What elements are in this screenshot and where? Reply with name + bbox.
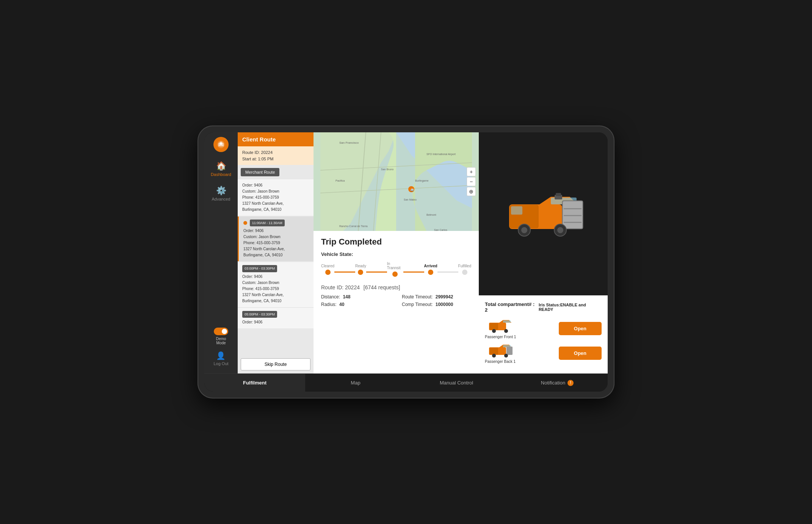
iris-status: Iris Status:ENABLE and READY <box>539 303 602 312</box>
compartment-row-2: Passenger Back 1 Open <box>485 343 602 364</box>
order-custom-2: Custom: Jason Brown <box>243 234 309 240</box>
compartment-label-2: Passenger Back 1 <box>485 359 516 364</box>
svg-text:San Bruno: San Bruno <box>381 168 393 171</box>
state-fulfilled-dot <box>462 270 467 275</box>
left-panel-header: Client Route <box>238 132 314 146</box>
tab-map[interactable]: Map <box>305 374 406 392</box>
svg-text:Belmont: Belmont <box>426 213 436 216</box>
sidebar-dashboard-label: Dashboard <box>211 172 231 177</box>
state-fulfilled: Fulfilled <box>458 264 471 275</box>
svg-rect-37 <box>490 323 498 330</box>
state-arrived-dot <box>428 270 433 275</box>
state-arrived: Arrived <box>424 264 437 275</box>
svg-text:San Francisco: San Francisco <box>339 141 359 144</box>
state-line-2 <box>366 271 387 273</box>
right-panel: Total compartment# : 2 Iris Status:ENABL… <box>479 132 608 373</box>
tab-fulfilment[interactable]: Fulfilment <box>204 374 305 392</box>
logout-icon: 👤 <box>216 351 226 360</box>
logout-item[interactable]: 👤 Log Out <box>213 351 228 366</box>
svg-text:San Mateo: San Mateo <box>404 198 417 201</box>
distance-label: Distance: 148 <box>321 294 390 300</box>
svg-text:SFO International Airport: SFO International Airport <box>426 153 456 156</box>
state-intransit-label: In Trannsit <box>387 262 403 270</box>
order-address-3: 1327 North Carolan Ave,Burlingame, CA, 9… <box>242 292 309 304</box>
comp-timeout: Comp Timeout: 1000000 <box>402 302 471 307</box>
zoom-out-button[interactable]: − <box>467 177 476 186</box>
trip-completed-title: Trip Completed <box>321 237 471 247</box>
state-arrived-label: Arrived <box>424 264 437 268</box>
svg-rect-24 <box>563 201 582 228</box>
zoom-in-button[interactable]: + <box>467 167 476 176</box>
compartment-row-1: Passenger Front 1 Open <box>485 318 602 339</box>
svg-point-31 <box>557 227 563 233</box>
order-number-2: Order: 9406 <box>243 228 309 234</box>
order-address-1: 1327 North Carolan Ave,Burlingame, CA, 9… <box>242 201 309 213</box>
orders-list: Merchant Route Order: 9406 Custom: Jason… <box>238 165 314 355</box>
state-line-3 <box>403 271 424 273</box>
svg-point-45 <box>504 354 508 358</box>
state-cleared-dot <box>325 270 331 275</box>
order-item-2: 11:00AM - 11:30AM Order: 9406 Custom: Ja… <box>238 217 314 261</box>
map-area: San Francisco SFO International Airport … <box>314 132 479 231</box>
tab-notification-label: Notification <box>541 380 565 386</box>
tab-manual-control[interactable]: Manual Control <box>406 374 507 392</box>
compartment-info-1: Passenger Front 1 <box>485 318 516 339</box>
logout-label: Log Out <box>213 361 228 366</box>
skip-route-button[interactable]: Skip Route <box>241 358 310 370</box>
open-button-2[interactable]: Open <box>559 347 602 360</box>
order-number-3: Order: 9406 <box>242 274 309 280</box>
svg-rect-33 <box>556 193 561 196</box>
state-cleared-label: Cleared <box>321 264 334 268</box>
svg-rect-25 <box>564 208 582 209</box>
time-badge-2: 11:00AM - 11:30AM <box>250 220 285 226</box>
svg-rect-34 <box>511 206 522 215</box>
svg-rect-42 <box>490 348 498 355</box>
state-track: Cleared Ready In Trannsit <box>321 262 471 277</box>
dashboard-icon: 🏠 <box>216 161 226 171</box>
compartment-info-2: Passenger Back 1 <box>485 343 516 364</box>
state-intransit-dot <box>392 271 398 277</box>
svg-point-38 <box>492 329 496 333</box>
merchant-route-button[interactable]: Merchant Route <box>241 168 279 176</box>
left-panel: Client Route Route ID: 20224 Start at: 1… <box>238 132 314 373</box>
sidebar: 🏠 Dashboard ⚙️ Advanced DemoMode 👤 Log O… <box>204 132 238 373</box>
sidebar-item-dashboard[interactable]: 🏠 Dashboard <box>206 158 236 180</box>
start-at: Start at: 1:05 PM <box>242 156 309 162</box>
order-custom-3: Custom: Jason Brown <box>242 280 309 286</box>
compartment-header: Total compartment# : 2 Iris Status:ENABL… <box>485 301 602 313</box>
sidebar-advanced-label: Advanced <box>212 197 230 201</box>
order-number-1: Order: 9406 <box>242 182 309 188</box>
svg-point-39 <box>504 329 508 333</box>
order-phone-1: Phone: 415-000-3759 <box>242 195 309 201</box>
order-item-3: 03:00PM - 03:30PM Order: 9406 Custom: Ja… <box>238 262 314 307</box>
state-line-4 <box>437 271 458 273</box>
open-button-1[interactable]: Open <box>559 322 602 335</box>
svg-text:San Carlos: San Carlos <box>434 229 447 231</box>
order-address-2: 1327 North Carolan Ave,Burlingame, CA, 9… <box>243 246 309 258</box>
demo-mode-toggle[interactable] <box>214 328 228 335</box>
order-item-4: 05:00PM - 03:30PM Order: 9406 <box>238 308 314 328</box>
demo-mode-label: DemoMode <box>216 337 226 345</box>
svg-rect-36 <box>503 320 511 323</box>
main-content: 🏠 Dashboard ⚙️ Advanced DemoMode 👤 Log O… <box>204 132 608 373</box>
svg-rect-27 <box>564 222 582 223</box>
vehicle-state-label: Vehicle State: <box>321 251 471 257</box>
compartment-panel: Total compartment# : 2 Iris Status:ENABL… <box>479 295 608 373</box>
order-phone-2: Phone: 415-000-3759 <box>243 240 309 246</box>
sidebar-item-advanced[interactable]: ⚙️ Advanced <box>206 183 236 204</box>
state-fulfilled-label: Fulfilled <box>458 264 471 268</box>
svg-rect-43 <box>506 347 513 355</box>
route-details: Route ID: 20224 [6744 requests] Distance… <box>321 284 471 307</box>
map-controls: + − ⊕ <box>467 167 476 196</box>
tab-fulfilment-label: Fulfilment <box>243 380 266 386</box>
device-frame: 🏠 Dashboard ⚙️ Advanced DemoMode 👤 Log O… <box>198 126 614 398</box>
device-screen: 🏠 Dashboard ⚙️ Advanced DemoMode 👤 Log O… <box>204 132 608 392</box>
svg-point-1 <box>220 143 222 145</box>
vehicle-image-area <box>479 132 608 295</box>
radius: Radius: 40 <box>321 302 390 307</box>
compass-button[interactable]: ⊕ <box>467 187 476 196</box>
order-phone-3: Phone: 415-000-3759 <box>242 286 309 292</box>
route-id: Route ID: 20224 <box>242 149 309 156</box>
time-badge-3: 03:00PM - 03:30PM <box>242 265 277 272</box>
tab-notification[interactable]: Notification ! <box>507 374 608 392</box>
